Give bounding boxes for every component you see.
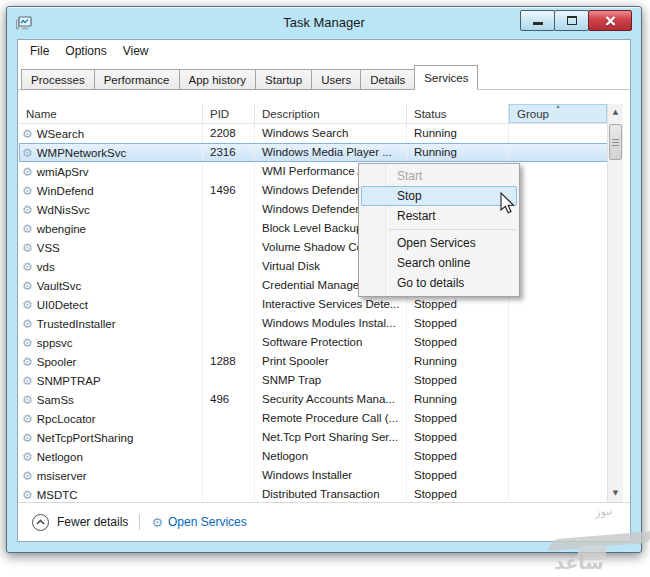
tab-services[interactable]: Services — [414, 65, 478, 90]
maximize-button[interactable] — [554, 10, 589, 31]
scroll-up-icon[interactable]: ▲ — [608, 105, 623, 120]
service-gear-icon: ⚙ — [22, 299, 33, 311]
service-group — [509, 428, 607, 447]
service-name: VSS — [37, 239, 60, 257]
vertical-scrollbar[interactable]: ▲ ▼ — [607, 104, 623, 502]
menu-item-file[interactable]: File — [22, 41, 57, 61]
table-row-ui0detect[interactable]: ⚙UI0DetectInteractive Services Dete...St… — [19, 295, 623, 314]
service-pid — [203, 295, 255, 314]
service-group — [509, 295, 607, 314]
table-row-vds[interactable]: ⚙vdsVirtual DiskStopped — [19, 257, 623, 276]
service-name-cell: ⚙UI0Detect — [19, 295, 203, 314]
column-header-pid[interactable]: PID — [203, 104, 255, 123]
table-body: ⚙WSearch2208Windows SearchRunning⚙WMPNet… — [19, 124, 623, 500]
footer-bar: Fewer details ⚙ Open Services — [18, 502, 630, 541]
table-row-msdtc[interactable]: ⚙MSDTCDistributed TransactionStopped — [19, 485, 623, 500]
column-label: Name — [26, 108, 57, 120]
close-button[interactable] — [588, 10, 632, 31]
context-menu-item-open-services[interactable]: Open Services — [361, 233, 517, 253]
service-group — [509, 333, 607, 352]
service-group — [509, 352, 607, 371]
service-name-cell: ⚙SNMPTRAP — [19, 371, 203, 390]
scroll-down-icon[interactable]: ▼ — [608, 486, 623, 501]
service-name-cell: ⚙Netlogon — [19, 447, 203, 466]
table-row-vss[interactable]: ⚙VSSVolume Shadow CopyStopped — [19, 238, 623, 257]
table-row-vaultsvc[interactable]: ⚙VaultSvcCredential ManagerStopped — [19, 276, 623, 295]
tab-details[interactable]: Details — [360, 69, 415, 90]
service-description: Net.Tcp Port Sharing Ser... — [255, 428, 407, 447]
menu-item-options[interactable]: Options — [57, 41, 114, 61]
service-name: Spooler — [37, 353, 77, 371]
service-description: Distributed Transaction — [255, 485, 407, 500]
service-pid — [203, 219, 255, 238]
service-pid — [203, 466, 255, 485]
table-row-rpclocator[interactable]: ⚙RpcLocatorRemote Procedure Call (...Sto… — [19, 409, 623, 428]
service-description: Remote Procedure Call (... — [255, 409, 407, 428]
tab-users[interactable]: Users — [311, 69, 361, 90]
service-group — [509, 219, 607, 238]
service-pid — [203, 371, 255, 390]
table-row-snmptrap[interactable]: ⚙SNMPTRAPSNMP TrapStopped — [19, 371, 623, 390]
column-header-status[interactable]: Status — [407, 104, 509, 123]
table-row-trustedinstaller[interactable]: ⚙TrustedInstallerWindows Modules Instal.… — [19, 314, 623, 333]
column-header-description[interactable]: Description — [255, 104, 407, 123]
footer-divider — [139, 514, 140, 530]
service-gear-icon: ⚙ — [22, 432, 33, 444]
table-row-windefend[interactable]: ⚙WinDefend1496Windows Defender ServiceRu… — [19, 181, 623, 200]
tab-processes[interactable]: Processes — [21, 69, 95, 90]
service-pid — [203, 238, 255, 257]
column-header-name[interactable]: Name — [19, 104, 203, 123]
column-label: PID — [210, 108, 229, 120]
service-pid: 496 — [203, 390, 255, 409]
context-menu-item-stop[interactable]: Stop — [361, 186, 517, 206]
service-status: Stopped — [407, 314, 509, 333]
tab-performance[interactable]: Performance — [94, 69, 180, 90]
context-menu-item-search-online[interactable]: Search online — [361, 253, 517, 273]
service-gear-icon: ⚙ — [22, 223, 33, 235]
close-icon — [605, 16, 616, 26]
service-gear-icon: ⚙ — [22, 261, 33, 273]
table-row-msiserver[interactable]: ⚙msiserverWindows InstallerStopped — [19, 466, 623, 485]
table-row-spooler[interactable]: ⚙Spooler1288Print SpoolerRunning — [19, 352, 623, 371]
service-gear-icon: ⚙ — [22, 413, 33, 425]
service-description: Windows Installer — [255, 466, 407, 485]
table-row-wbengine[interactable]: ⚙wbengineBlock Level Backup Engine...Sto… — [19, 219, 623, 238]
table-header: NamePIDDescriptionStatus▲Group — [19, 104, 623, 124]
service-description: Netlogon — [255, 447, 407, 466]
service-gear-icon: ⚙ — [22, 128, 33, 140]
service-name-cell: ⚙msiserver — [19, 466, 203, 485]
service-gear-icon: ⚙ — [22, 394, 33, 406]
context-menu-item-go-to-details[interactable]: Go to details — [361, 273, 517, 293]
service-pid — [203, 428, 255, 447]
table-row-samss[interactable]: ⚙SamSs496Security Accounts Mana...Runnin… — [19, 390, 623, 409]
table-row-sppsvc[interactable]: ⚙sppsvcSoftware ProtectionStopped — [19, 333, 623, 352]
table-row-wmiapsrv[interactable]: ⚙wmiApSrvWMI Performance AdapterStopped — [19, 162, 623, 181]
column-label: Description — [262, 108, 320, 120]
minimize-button[interactable] — [520, 10, 555, 31]
table-row-wsearch[interactable]: ⚙WSearch2208Windows SearchRunning — [19, 124, 623, 143]
service-status: Running — [407, 390, 509, 409]
column-header-group[interactable]: ▲Group — [509, 104, 607, 123]
service-pid: 2316 — [203, 143, 255, 162]
tab-startup[interactable]: Startup — [255, 69, 312, 90]
tab-app-history[interactable]: App history — [179, 69, 257, 90]
service-name: SamSs — [37, 391, 74, 409]
fewer-details-button[interactable]: Fewer details — [32, 514, 128, 531]
service-group — [509, 485, 607, 500]
table-row-wmpnetworksvc[interactable]: ⚙WMPNetworkSvc2316Windows Media Player .… — [19, 143, 623, 162]
service-name-cell: ⚙WMPNetworkSvc — [19, 143, 203, 162]
table-row-wdnissvc[interactable]: ⚙WdNisSvcWindows Defender Network...Stop… — [19, 200, 623, 219]
context-menu-item-restart[interactable]: Restart — [361, 206, 517, 226]
table-row-nettcpportsharing[interactable]: ⚙NetTcpPortSharingNet.Tcp Port Sharing S… — [19, 428, 623, 447]
scrollbar-thumb[interactable] — [609, 124, 622, 160]
service-name-cell: ⚙VSS — [19, 238, 203, 257]
titlebar[interactable]: Task Manager — [7, 7, 641, 39]
open-services-link[interactable]: ⚙ Open Services — [151, 515, 246, 529]
service-group — [509, 238, 607, 257]
service-status: Stopped — [407, 447, 509, 466]
service-name: msiserver — [37, 467, 87, 485]
service-name: SNMPTRAP — [37, 372, 101, 390]
services-table: NamePIDDescriptionStatus▲Group ⚙WSearch2… — [19, 104, 623, 504]
menu-item-view[interactable]: View — [115, 41, 157, 61]
table-row-netlogon[interactable]: ⚙NetlogonNetlogonStopped — [19, 447, 623, 466]
